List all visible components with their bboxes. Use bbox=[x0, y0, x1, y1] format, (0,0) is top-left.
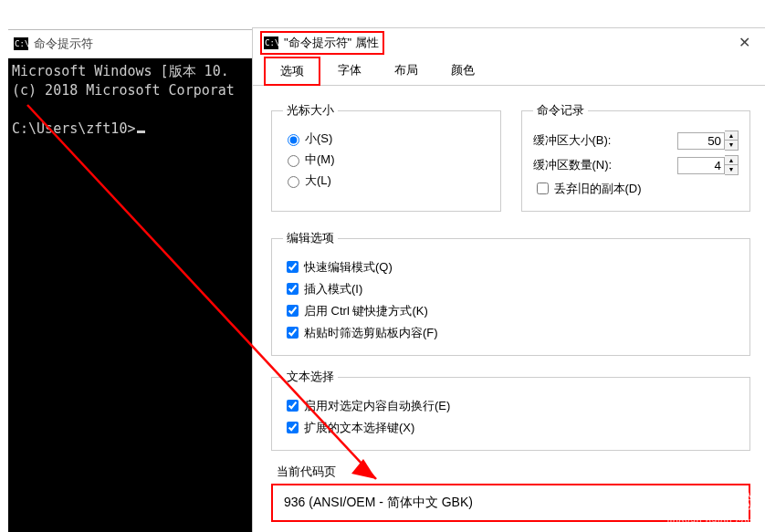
command-history-legend: 命令记录 bbox=[533, 102, 588, 119]
insert-mode-label: 插入模式(I) bbox=[304, 281, 362, 297]
cursor-large-label: 大(L) bbox=[305, 172, 331, 189]
tab-colors[interactable]: 颜色 bbox=[435, 57, 490, 86]
tab-options[interactable]: 选项 bbox=[264, 57, 320, 86]
text-selection-legend: 文本选择 bbox=[283, 369, 338, 385]
discard-old-checkbox[interactable] bbox=[537, 183, 549, 194]
tab-font[interactable]: 字体 bbox=[322, 57, 377, 86]
properties-body: 光标大小 小(S) 中(M) 大(L) 命令记录 缓冲区大小(B): bbox=[253, 86, 765, 532]
paste-filter-label: 粘贴时筛选剪贴板内容(F) bbox=[304, 325, 438, 341]
command-history-group: 命令记录 缓冲区大小(B): ▲▼ 缓冲区数量(N): ▲▼ 丢弃旧的副本(D) bbox=[521, 102, 751, 212]
buffer-size-input[interactable] bbox=[677, 132, 725, 150]
cursor-small-radio[interactable] bbox=[288, 134, 299, 146]
quick-edit-label: 快速编辑模式(Q) bbox=[304, 259, 393, 276]
discard-old-label: 丢弃旧的副本(D) bbox=[554, 181, 642, 197]
quick-edit-checkbox[interactable] bbox=[287, 261, 299, 273]
buffer-count-label: 缓冲区数量(N): bbox=[533, 157, 678, 173]
dialog-title: "命令提示符" 属性 bbox=[284, 35, 379, 51]
text-selection-group: 文本选择 启用对选定内容自动换行(E) 扩展的文本选择键(X) bbox=[271, 369, 750, 451]
cursor-medium-radio[interactable] bbox=[288, 155, 299, 167]
extended-select-checkbox[interactable] bbox=[287, 422, 299, 433]
paste-filter-checkbox[interactable] bbox=[287, 327, 299, 339]
edit-options-group: 编辑选项 快速编辑模式(Q) 插入模式(I) 启用 Ctrl 键快捷方式(K) … bbox=[271, 230, 750, 356]
close-icon: ✕ bbox=[739, 34, 750, 51]
codepage-legend: 当前代码页 bbox=[273, 464, 340, 480]
cmd-output: Microsoft Windows [版本 10. (c) 2018 Micro… bbox=[8, 58, 252, 142]
cmd-titlebar: C:\ 命令提示符 bbox=[8, 30, 252, 58]
cursor-small-label: 小(S) bbox=[305, 130, 332, 147]
properties-titlebar: C:\ "命令提示符" 属性 ✕ bbox=[253, 28, 765, 57]
tab-layout[interactable]: 布局 bbox=[379, 57, 434, 86]
codepage-group: 当前代码页 bbox=[271, 464, 750, 480]
cmd-icon: C:\ bbox=[264, 37, 278, 49]
ctrl-shortcuts-label: 启用 Ctrl 键快捷方式(K) bbox=[304, 303, 428, 319]
spinner-up-icon: ▲ bbox=[725, 156, 738, 165]
wrap-selection-checkbox[interactable] bbox=[287, 400, 299, 412]
cursor-medium-label: 中(M) bbox=[305, 151, 335, 168]
cmd-window: C:\ 命令提示符 Microsoft Windows [版本 10. (c) … bbox=[8, 29, 252, 532]
close-button[interactable]: ✕ bbox=[723, 28, 765, 57]
buffer-size-spinner[interactable]: ▲▼ bbox=[725, 130, 739, 151]
dialog-title-highlight: C:\ "命令提示符" 属性 bbox=[260, 31, 384, 55]
cursor-icon bbox=[137, 130, 145, 133]
tab-bar: 选项 字体 布局 颜色 bbox=[253, 57, 765, 86]
ctrl-shortcuts-checkbox[interactable] bbox=[287, 305, 299, 317]
codepage-value: 936 (ANSI/OEM - 简体中文 GBK) bbox=[271, 484, 750, 522]
spinner-up-icon: ▲ bbox=[725, 131, 738, 141]
edit-options-legend: 编辑选项 bbox=[283, 230, 338, 246]
cursor-size-legend: 光标大小 bbox=[283, 102, 338, 119]
buffer-count-input[interactable] bbox=[677, 157, 725, 174]
extended-select-label: 扩展的文本选择键(X) bbox=[304, 420, 414, 436]
buffer-count-spinner[interactable]: ▲▼ bbox=[725, 155, 739, 175]
properties-dialog: C:\ "命令提示符" 属性 ✕ 选项 字体 布局 颜色 光标大小 小(S) 中… bbox=[252, 27, 765, 532]
cmd-title: 命令提示符 bbox=[34, 36, 93, 52]
cursor-size-group: 光标大小 小(S) 中(M) 大(L) bbox=[271, 102, 501, 212]
spinner-down-icon: ▼ bbox=[725, 165, 738, 174]
cmd-icon: C:\ bbox=[14, 37, 28, 50]
spinner-down-icon: ▼ bbox=[725, 141, 738, 150]
buffer-size-label: 缓冲区大小(B): bbox=[533, 132, 678, 149]
wrap-selection-label: 启用对选定内容自动换行(E) bbox=[304, 398, 450, 414]
cursor-large-radio[interactable] bbox=[288, 176, 299, 188]
insert-mode-checkbox[interactable] bbox=[287, 283, 299, 295]
